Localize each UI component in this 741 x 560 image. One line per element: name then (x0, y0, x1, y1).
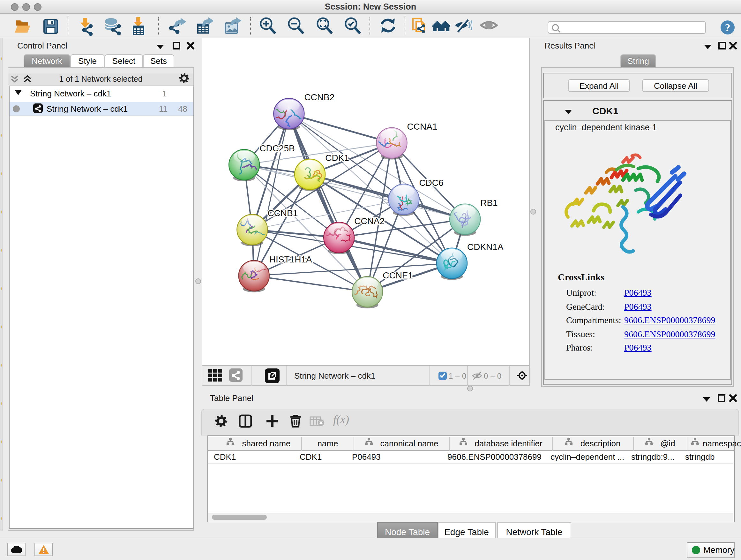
svg-text:HIST1H1A: HIST1H1A (269, 254, 312, 264)
svg-text:CCNA1: CCNA1 (407, 122, 437, 132)
svg-text:CCNB2: CCNB2 (304, 92, 334, 102)
svg-text:CDC6: CDC6 (419, 178, 443, 188)
svg-text:CDKN1A: CDKN1A (467, 242, 503, 252)
svg-text:RB1: RB1 (480, 198, 497, 208)
svg-text:CDC25B: CDC25B (259, 143, 294, 153)
svg-text:?: ? (725, 22, 731, 34)
svg-text:CCNB1: CCNB1 (267, 208, 298, 218)
svg-text:CCNE1: CCNE1 (383, 270, 413, 280)
svg-text:CCNA2: CCNA2 (354, 216, 385, 226)
svg-text:CDK1: CDK1 (325, 153, 349, 163)
